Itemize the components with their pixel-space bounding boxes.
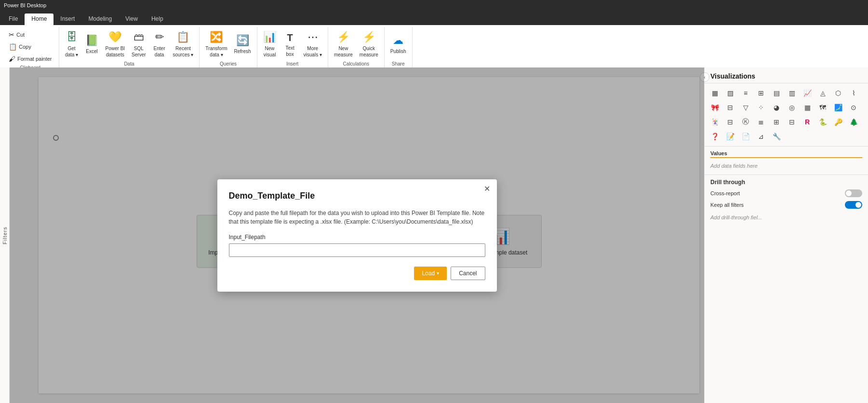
power-bi-datasets-button[interactable]: 💛 Power BIdatasets (103, 28, 128, 60)
transform-data-button[interactable]: 🔀 Transformdata ▾ (202, 28, 230, 60)
viz-stacked-area[interactable]: ⬡ (831, 86, 845, 100)
filepath-input[interactable] (229, 243, 485, 257)
quick-measure-button[interactable]: ⚡ Quickmeasure (357, 28, 381, 60)
format-painter-icon: 🖌 (9, 54, 15, 63)
tab-view[interactable]: View (119, 13, 145, 25)
viz-donut[interactable]: ◎ (785, 101, 799, 114)
viz-qa[interactable]: ❓ (708, 130, 722, 143)
viz-gauge[interactable]: ⊙ (846, 101, 861, 114)
keep-all-filters-label: Keep all filters (710, 202, 744, 208)
viz-funnel[interactable]: ▽ (738, 101, 753, 114)
viz-python[interactable]: 🐍 (815, 115, 830, 129)
load-button[interactable]: Load ▾ (414, 267, 447, 280)
viz-blank-extra[interactable]: 🔧 (769, 130, 784, 143)
enter-data-label: Enterdata (154, 45, 165, 58)
ribbon-group-queries: 🔀 Transformdata ▾ 🔄 Refresh Queries (200, 27, 257, 67)
tab-home[interactable]: Home (25, 13, 53, 25)
load-dropdown-arrow[interactable]: ▾ (437, 270, 439, 276)
viz-clustered-column[interactable]: ⊞ (754, 86, 768, 100)
filters-panel[interactable]: Filters (0, 67, 10, 403)
transform-icon: 🔀 (210, 30, 223, 44)
cross-report-toggle[interactable] (845, 189, 862, 197)
viz-kpi[interactable]: Ⓚ (738, 115, 753, 129)
more-visuals-button[interactable]: ⋯ Morevisuals ▾ (301, 28, 325, 60)
viz-r-visual[interactable]: R (800, 115, 815, 129)
tab-file[interactable]: File (2, 13, 25, 25)
sql-server-button[interactable]: 🗃 SQLServer (129, 28, 148, 60)
viz-matrix[interactable]: ⊟ (785, 115, 799, 129)
enter-data-icon: ✏ (155, 30, 164, 44)
viz-smart-narrative[interactable]: 📝 (723, 130, 737, 143)
copy-label: Copy (19, 43, 31, 50)
tab-help[interactable]: Help (145, 13, 170, 25)
format-painter-button[interactable]: 🖌 Format painter (6, 53, 55, 65)
text-box-button[interactable]: T Textbox (280, 29, 300, 59)
data-items: 🗄 Getdata ▾ 📗 Excel 💛 Power BIdatasets 🗃… (62, 27, 197, 61)
viz-table[interactable]: ⊞ (769, 115, 784, 129)
publish-label: Publish (390, 48, 406, 54)
viz-treemap[interactable]: ▦ (800, 101, 815, 114)
quick-measure-icon: ⚡ (362, 30, 375, 44)
transform-label: Transformdata ▾ (205, 45, 227, 58)
viz-key-influencers[interactable]: 🔑 (831, 115, 845, 129)
text-box-label: Textbox (285, 45, 294, 57)
copy-button[interactable]: 📋 Copy (6, 41, 34, 53)
refresh-button[interactable]: 🔄 Refresh (231, 32, 254, 57)
viz-map[interactable]: 🗺 (815, 101, 830, 114)
viz-100-stacked-bar[interactable]: ▤ (769, 86, 784, 100)
new-visual-button[interactable]: 📊 Newvisual (260, 28, 280, 60)
quick-measure-label: Quickmeasure (360, 45, 378, 58)
viz-area[interactable]: ◬ (815, 86, 830, 100)
viz-multi-card[interactable]: ⊟ (723, 115, 737, 129)
clipboard-items: ✂ Cut 📋 Copy 🖌 Format painter (6, 29, 55, 65)
enter-data-button[interactable]: ✏ Enterdata (150, 28, 169, 60)
keep-all-filters-toggle[interactable] (845, 201, 862, 209)
viz-card[interactable]: 🃏 (708, 115, 722, 129)
viz-stacked-column[interactable]: ▨ (723, 86, 737, 100)
cut-button[interactable]: ✂ Cut (6, 29, 27, 40)
viz-filled-map[interactable]: 🗾 (831, 101, 845, 114)
viz-slicer[interactable]: ≣ (754, 115, 768, 129)
viz-line-clustered[interactable]: ⌇ (846, 86, 861, 100)
cancel-button[interactable]: Cancel (451, 267, 485, 280)
viz-waterfall[interactable]: ⊟ (723, 101, 737, 114)
add-drill-through-placeholder: Add drill-through fiel... (710, 213, 862, 222)
viz-decomp-tree[interactable]: 🌲 (846, 115, 861, 129)
viz-line[interactable]: 📈 (800, 86, 815, 100)
new-measure-icon: ⚡ (337, 30, 350, 44)
viz-blank-filter[interactable]: ⊿ (754, 130, 768, 143)
recent-icon: 📋 (176, 30, 189, 44)
drill-through-section: Drill through Cross-report Keep all filt… (705, 175, 868, 226)
main-layout: Filters 📗 Import data from Excel 🗃 Impor… (0, 67, 868, 403)
insert-items: 📊 Newvisual T Textbox ⋯ Morevisuals ▾ (260, 27, 325, 61)
share-items: ☁ Publish (387, 27, 409, 61)
excel-button[interactable]: 📗 Excel (82, 32, 102, 57)
modal-body: Copy and paste the full filepath for the… (229, 209, 485, 226)
share-group-label: Share (387, 61, 409, 67)
tab-modeling[interactable]: Modeling (81, 13, 119, 25)
ribbon-group-data: 🗄 Getdata ▾ 📗 Excel 💛 Power BIdatasets 🗃… (59, 27, 200, 67)
recent-sources-button[interactable]: 📋 Recentsources ▾ (170, 28, 197, 60)
viz-pie[interactable]: ◕ (769, 101, 784, 114)
refresh-label: Refresh (234, 48, 251, 54)
format-painter-label: Format painter (17, 55, 52, 62)
viz-ribbon[interactable]: 🎀 (708, 101, 722, 114)
viz-100-stacked-column[interactable]: ▥ (785, 86, 799, 100)
ribbon-group-share: ☁ Publish Share (385, 27, 413, 67)
text-box-icon: T (287, 31, 293, 44)
viz-paginated[interactable]: 📄 (738, 130, 753, 143)
get-data-button[interactable]: 🗄 Getdata ▾ (62, 28, 81, 60)
viz-scatter[interactable]: ⁘ (754, 101, 768, 114)
ribbon-group-calculations: ⚡ Newmeasure ⚡ Quickmeasure Calculations (328, 27, 385, 67)
viz-stacked-bar[interactable]: ▦ (708, 86, 722, 100)
ribbon-group-clipboard: ✂ Cut 📋 Copy 🖌 Format painter Clipboard (2, 27, 59, 67)
ribbon-group-insert: 📊 Newvisual T Textbox ⋯ Morevisuals ▾ In… (257, 27, 328, 67)
insert-group-label: Insert (260, 61, 325, 67)
tab-insert[interactable]: Insert (53, 13, 81, 25)
viz-clustered-bar[interactable]: ≡ (738, 86, 753, 100)
modal-close-button[interactable]: ✕ (484, 185, 490, 193)
canvas-area: 📗 Import data from Excel 🗃 Import data f… (10, 67, 704, 403)
new-measure-button[interactable]: ⚡ Newmeasure (331, 28, 356, 60)
drill-through-title: Drill through (710, 179, 862, 186)
publish-button[interactable]: ☁ Publish (387, 32, 409, 57)
